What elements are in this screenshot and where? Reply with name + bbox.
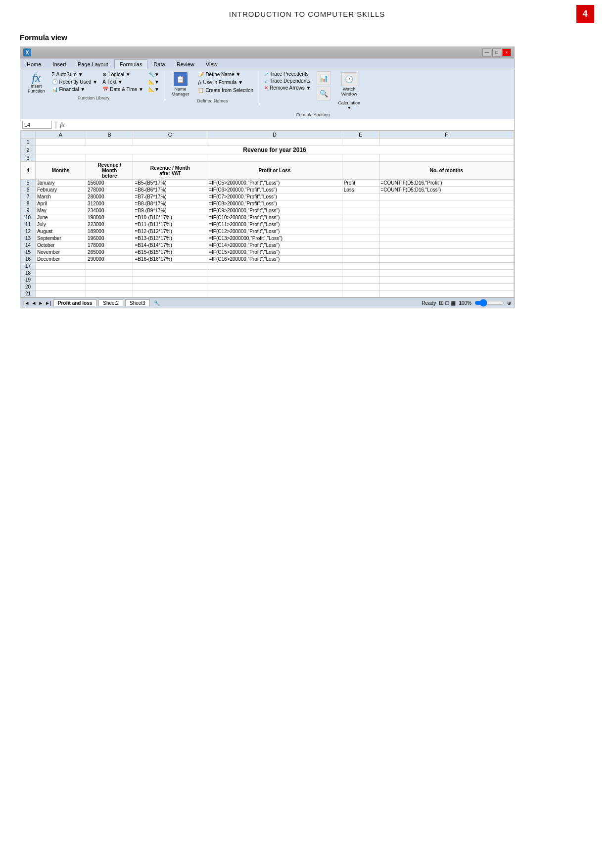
cell-a15[interactable]: November (35, 249, 86, 256)
cell-e16[interactable] (342, 256, 379, 263)
autosum-button[interactable]: Σ AutoSum ▼ (50, 71, 99, 78)
cell-b12[interactable]: 189000 (86, 228, 133, 235)
cell-c13[interactable]: =B13-(B13*17%) (133, 235, 207, 242)
cell-f16[interactable] (379, 256, 514, 263)
recently-used-button[interactable]: 🕐 Recently Used ▼ (50, 79, 99, 85)
cell-e12[interactable] (342, 228, 379, 235)
cell-d8[interactable]: =IF(C8>200000,"Profit","Loss") (207, 200, 342, 207)
cell-a17[interactable] (35, 263, 86, 270)
zoom-slider[interactable] (474, 299, 504, 307)
calculation-button[interactable]: Calculation▼ (336, 99, 362, 111)
cell-a10[interactable]: June (35, 214, 86, 221)
cell-b10[interactable]: 198000 (86, 214, 133, 221)
cell-c1[interactable] (133, 139, 207, 146)
cell-d1[interactable] (207, 139, 342, 146)
cell-c10[interactable]: =B10-(B10*17%) (133, 214, 207, 221)
cell-b6[interactable]: 278000 (86, 187, 133, 193)
tab-insert[interactable]: Insert (47, 59, 72, 69)
cell-a12[interactable]: August (35, 228, 86, 235)
cell-b11[interactable]: 223000 (86, 221, 133, 228)
cell-a8[interactable]: April (35, 200, 86, 207)
cell-d7[interactable]: =IF(C7>200000,"Profit","Loss") (207, 193, 342, 200)
tab-formulas[interactable]: Formulas (114, 59, 148, 69)
financial-button[interactable]: 📊 Financial ▼ (50, 86, 99, 93)
page-break-view-icon[interactable]: ▦ (450, 299, 456, 306)
cell-e6[interactable]: Loss (342, 187, 379, 193)
sheet-tab-sheet3[interactable]: Sheet3 (125, 299, 150, 306)
cell-f1[interactable] (379, 139, 514, 146)
more-functions-button3[interactable]: 📐▼ (147, 86, 161, 93)
cell-d12[interactable]: =IF(C12>200000,"Profit","Loss") (207, 228, 342, 235)
name-manager-button[interactable]: 📋 NameManager (170, 71, 191, 97)
cell-c15[interactable]: =B15-(B15*17%) (133, 249, 207, 256)
cell-d15[interactable]: =IF(C15>200000,"Profit","Loss") (207, 249, 342, 256)
cell-e9[interactable] (342, 207, 379, 214)
cell-c5[interactable]: =B5-(B5*17%) (133, 180, 207, 187)
name-box[interactable] (22, 121, 52, 129)
insert-function-button[interactable]: fx InsertFunction (26, 71, 47, 95)
minimize-button[interactable]: — (482, 48, 491, 56)
cell-a18[interactable] (35, 270, 86, 277)
cell-a13[interactable]: September (35, 235, 86, 242)
formula-input[interactable] (69, 122, 512, 128)
cell-a14[interactable]: October (35, 242, 86, 249)
cell-c16[interactable]: =B16-(B16*17%) (133, 256, 207, 263)
prev-sheet-button[interactable]: ◄ (32, 300, 37, 306)
create-from-selection-button[interactable]: 📋 Create from Selection (196, 87, 255, 94)
cell-d10[interactable]: =IF(C10>200000,"Profit","Loss") (207, 214, 342, 221)
cell-d6[interactable]: =IF(C6>200000,"Profit","Loss") (207, 187, 342, 193)
cell-a20[interactable] (35, 284, 86, 290)
cell-e15[interactable] (342, 249, 379, 256)
cell-c6[interactable]: =B6-(B6*17%) (133, 187, 207, 193)
remove-arrows-button[interactable]: ✕ Remove Arrows ▼ (264, 85, 311, 91)
cell-a21[interactable] (35, 290, 86, 297)
normal-view-icon[interactable]: ⊞ (439, 299, 444, 306)
cell-f7[interactable] (379, 193, 514, 200)
next-sheet-button[interactable]: ► (38, 300, 43, 306)
page-layout-view-icon[interactable]: □ (445, 299, 449, 306)
col-a-header[interactable]: A (35, 131, 86, 139)
zoom-in-button[interactable]: ⊕ (507, 300, 511, 306)
cell-b9[interactable]: 234000 (86, 207, 133, 214)
cell-b14[interactable]: 178000 (86, 242, 133, 249)
cell-f10[interactable] (379, 214, 514, 221)
cell-a5[interactable]: January (35, 180, 86, 187)
cell-e8[interactable] (342, 200, 379, 207)
cell-e14[interactable] (342, 242, 379, 249)
cell-e11[interactable] (342, 221, 379, 228)
cell-b8[interactable]: 312000 (86, 200, 133, 207)
trace-precedents-button[interactable]: ↗ Trace Precedents (264, 71, 311, 77)
cell-d5[interactable]: =IF(C5>2000000,"Profit","Loss") (207, 180, 342, 187)
cell-a6[interactable]: February (35, 187, 86, 193)
close-button[interactable]: × (502, 48, 511, 56)
cell-a9[interactable]: May (35, 207, 86, 214)
cell-f5[interactable]: =COUNTIF(D5:D16,"Profit") (379, 180, 514, 187)
cell-c8[interactable]: =B8-(B8*17%) (133, 200, 207, 207)
cell-a11[interactable]: July (35, 221, 86, 228)
cell-f12[interactable] (379, 228, 514, 235)
cell-c14[interactable]: =B14-(B14*17%) (133, 242, 207, 249)
col-f-header[interactable]: F (379, 131, 514, 139)
cell-f13[interactable] (379, 235, 514, 242)
cell-c11[interactable]: =B11-(B11*17%) (133, 221, 207, 228)
cell-title[interactable]: Revenue for year 2016 (35, 146, 514, 154)
cell-e10[interactable] (342, 214, 379, 221)
cell-b13[interactable]: 196000 (86, 235, 133, 242)
tab-page-layout[interactable]: Page Layout (72, 59, 114, 69)
cell-e1[interactable] (342, 139, 379, 146)
date-time-button[interactable]: 📅 Date & Time ▼ (101, 86, 145, 93)
cell-d3[interactable] (207, 154, 342, 162)
sheet-tab-sheet2[interactable]: Sheet2 (98, 299, 123, 306)
evaluate-formula-button[interactable]: 🔍 (317, 87, 331, 100)
cell-d9[interactable]: =IF(C9>2000000,"Profit","Loss") (207, 207, 342, 214)
more-functions-button1[interactable]: 🔧▼ (147, 71, 161, 78)
cell-f14[interactable] (379, 242, 514, 249)
cell-d11[interactable]: =IF(C11>200000,"Profit","Loss") (207, 221, 342, 228)
cell-e7[interactable] (342, 193, 379, 200)
tab-review[interactable]: Review (171, 59, 200, 69)
cell-d13[interactable]: =IF(C13>2000000,"Profit","Loss") (207, 235, 342, 242)
cell-c3[interactable] (133, 154, 207, 162)
tab-view[interactable]: View (200, 59, 223, 69)
watch-window-button[interactable]: 🕐 WatchWindow (340, 71, 359, 97)
cell-b15[interactable]: 265000 (86, 249, 133, 256)
